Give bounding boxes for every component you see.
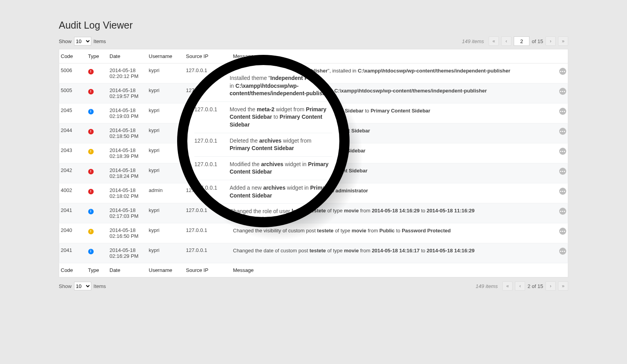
first-page-button[interactable]: « <box>489 36 499 46</box>
cell-user: kypri <box>147 203 185 223</box>
cell-ip: 127.0.0.1 <box>185 83 232 103</box>
cell-code: 2041 <box>59 243 87 263</box>
cell-message: Moved the meta-2 widget from Primary Con… <box>232 103 556 123</box>
cell-message: Changed the role of user kypri from edit… <box>232 183 556 203</box>
cell-type: ! <box>87 163 108 183</box>
cell-actions: ••• <box>556 163 568 183</box>
cell-message: Changed the visibility of custom post te… <box>232 223 556 243</box>
table-row: 2040!2014-05-1802:16:50 PMkypri127.0.0.1… <box>59 223 568 243</box>
col-type: Type <box>87 49 108 63</box>
page-of-text-bottom: 2 of 15 <box>527 283 543 289</box>
last-page-button[interactable]: » <box>558 36 568 46</box>
top-toolbar: Show 10 Items 149 items « ‹ of 15 › » <box>59 36 568 46</box>
severity-blue-icon: i <box>88 109 94 114</box>
items-per-page-select-bottom[interactable]: 10 <box>74 282 91 290</box>
next-page-button[interactable]: › <box>545 36 556 46</box>
first-page-button[interactable]: « <box>502 281 513 291</box>
table-row: 2041i2014-05-1802:17:03 PMkypri127.0.0.1… <box>59 203 568 223</box>
row-actions-button[interactable]: ••• <box>559 68 566 75</box>
cell-code: 5006 <box>59 63 87 83</box>
cell-date: 2014-05-1802:17:03 PM <box>108 203 147 223</box>
prev-page-button[interactable]: ‹ <box>515 281 525 291</box>
severity-orange-icon: ! <box>88 149 94 154</box>
cell-code: 2044 <box>59 123 87 143</box>
page-input[interactable] <box>514 36 529 46</box>
cell-message: Modified the archives widget in Primary … <box>232 143 556 163</box>
cell-ip: 127.0.0.1 <box>185 103 232 123</box>
table-row: 2044!2014-05-1802:18:50 PMkypri127.0.0.1… <box>59 123 568 143</box>
severity-red-icon: ! <box>88 129 94 134</box>
row-actions-button[interactable]: ••• <box>559 188 566 195</box>
cell-date: 2014-05-1802:20:12 PM <box>108 63 147 83</box>
row-actions-button[interactable]: ••• <box>559 168 566 175</box>
cell-ip: 127.0.0.1 <box>185 63 232 83</box>
cell-actions: ••• <box>556 143 568 163</box>
cell-actions: ••• <box>556 83 568 103</box>
pager-bottom: 149 items « ‹ 2 of 15 › » <box>476 281 568 291</box>
cell-date: 2014-05-1802:18:39 PM <box>108 143 147 163</box>
cell-type: ! <box>87 83 108 103</box>
cell-type: i <box>87 203 108 223</box>
cell-actions: ••• <box>556 223 568 243</box>
cell-type: ! <box>87 143 108 163</box>
cell-user: kypri <box>147 83 185 103</box>
cell-type: ! <box>87 123 108 143</box>
bottom-toolbar: Show 10 Items 149 items « ‹ 2 of 15 › » <box>59 281 568 291</box>
row-actions-button[interactable]: ••• <box>559 208 566 215</box>
table-row: 5005!2014-05-1802:19:57 PMkypri127.0.0.1… <box>59 83 568 103</box>
audit-log-card: Audit Log Viewer Show 10 Items 149 items… <box>59 20 568 291</box>
severity-blue-icon: i <box>88 249 94 254</box>
cell-code: 4002 <box>59 183 87 203</box>
cell-date: 2014-05-1802:19:03 PM <box>108 103 147 123</box>
items-per-page-select[interactable]: 10 <box>74 37 91 45</box>
cell-actions: ••• <box>556 103 568 123</box>
col-msg: Message <box>232 49 556 63</box>
page-of-text: of 15 <box>532 38 543 44</box>
cell-code: 2040 <box>59 223 87 243</box>
table-row: 5006!2014-05-1802:20:12 PMkypri127.0.0.1… <box>59 63 568 83</box>
cell-code: 2045 <box>59 103 87 123</box>
col-ip: Source IP <box>185 49 232 63</box>
cell-message: Changed the date of custom post testete … <box>232 243 556 263</box>
row-actions-button[interactable]: ••• <box>559 248 566 255</box>
cell-user: kypri <box>147 103 185 123</box>
severity-red-icon: ! <box>88 169 94 174</box>
cell-date: 2014-05-1802:18:02 PM <box>108 183 147 203</box>
col-user: Username <box>147 49 185 63</box>
cell-user: kypri <box>147 123 185 143</box>
cell-ip: 127.0.0.1 <box>185 223 232 243</box>
table-footer-row: Code Type Date Username Source IP Messag… <box>59 263 568 277</box>
pager-top: 149 items « ‹ of 15 › » <box>462 36 568 46</box>
cell-code: 5005 <box>59 83 87 103</box>
row-actions-button[interactable]: ••• <box>559 108 566 115</box>
table-header-row: Code Type Date Username Source IP Messag… <box>59 49 568 63</box>
cell-code: 2042 <box>59 163 87 183</box>
col-code: Code <box>59 49 87 63</box>
cell-date: 2014-05-1802:18:50 PM <box>108 123 147 143</box>
page-title: Audit Log Viewer <box>59 20 568 31</box>
cell-user: admin <box>147 183 185 203</box>
cell-type: i <box>87 103 108 123</box>
row-actions-button[interactable]: ••• <box>559 148 566 155</box>
last-page-button[interactable]: » <box>558 281 568 291</box>
col-date: Date <box>108 49 147 63</box>
cell-date: 2014-05-1802:18:24 PM <box>108 163 147 183</box>
cell-date: 2014-05-1802:16:29 PM <box>108 243 147 263</box>
severity-red-icon: ! <box>88 189 94 194</box>
cell-user: kypri <box>147 143 185 163</box>
cell-message: Changed the date of custom post testete … <box>232 203 556 223</box>
cell-date: 2014-05-1802:16:50 PM <box>108 223 147 243</box>
row-actions-button[interactable]: ••• <box>559 88 566 95</box>
cell-type: ! <box>87 183 108 203</box>
cell-actions: ••• <box>556 123 568 143</box>
severity-blue-icon: i <box>88 209 94 214</box>
prev-page-button[interactable]: ‹ <box>501 36 511 46</box>
cell-ip: 127.0.0.1 <box>185 183 232 203</box>
table-row: 2043!2014-05-1802:18:39 PMkypri127.0.0.1… <box>59 143 568 163</box>
cell-code: 2041 <box>59 203 87 223</box>
row-actions-button[interactable]: ••• <box>559 228 566 235</box>
table-row: 2045i2014-05-1802:19:03 PMkypri127.0.0.1… <box>59 103 568 123</box>
row-actions-button[interactable]: ••• <box>559 128 566 135</box>
cell-code: 2043 <box>59 143 87 163</box>
next-page-button[interactable]: › <box>545 281 556 291</box>
